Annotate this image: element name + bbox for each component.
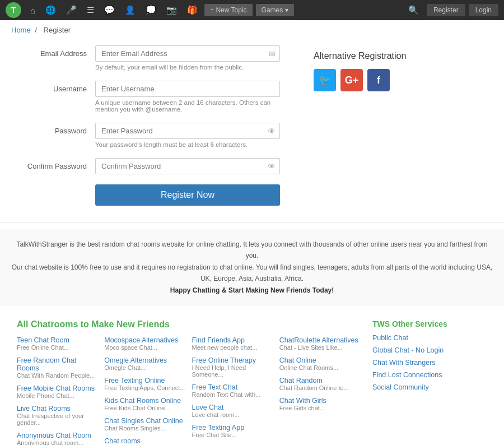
list-item: Chat OnlineOnline Chat Rooms... [279, 356, 361, 371]
footer-link-sub: Free Girls chat... [279, 405, 361, 411]
username-input[interactable] [95, 81, 280, 97]
confirm-password-row: Confirm Password 👁 [22, 158, 280, 174]
chatrooms-section-title: All Chatrooms to Make New Friends [17, 319, 361, 330]
user-nav-icon[interactable]: 👤 [122, 3, 139, 17]
footer-link[interactable]: Kids Chat Rooms Online [104, 397, 186, 405]
list-item: Omegle AlternativesOmegle Chat... [104, 356, 186, 371]
tws-link-item[interactable]: Global Chat - No Login [372, 346, 487, 354]
email-row: Email Address ✉ By default, your email w… [22, 45, 280, 71]
confirm-field-container: 👁 [95, 158, 280, 174]
list-item: Love ChatLove chat room... [192, 404, 274, 418]
twitter-icon: 🐦 [319, 74, 331, 86]
password-eye-icon[interactable]: 👁 [268, 127, 276, 136]
footer-link[interactable]: Chat rooms [104, 437, 186, 445]
info-section: TalkWithStranger is the best random chat… [0, 229, 504, 306]
tws-link-item[interactable]: Chat With Strangers [372, 359, 487, 367]
footer-link-sub: Omegle Chat... [104, 364, 186, 371]
camera-nav-icon[interactable]: 📷 [163, 3, 180, 17]
footer-link-sub: Chat Rooms Singles... [104, 425, 186, 432]
google-login-button[interactable]: G+ [340, 69, 363, 91]
list-item: Free Texting OnlineFree Texting Apps, Co… [104, 377, 186, 391]
new-topic-button[interactable]: + New Topic [204, 4, 252, 16]
footer-link[interactable]: Teen Chat Room [17, 336, 99, 344]
footer-link[interactable]: Free Texting App [192, 424, 274, 432]
tws-link-item[interactable]: Find Lost Connections [372, 371, 487, 379]
footer-link[interactable]: Love Chat [192, 404, 274, 411]
gift-nav-icon[interactable]: 🎁 [184, 3, 201, 17]
breadcrumb-home-link[interactable]: Home [11, 26, 31, 34]
menu-nav-icon[interactable]: ☰ [83, 3, 97, 17]
footer-col-1: Teen Chat RoomFree Online Chat...Free Ra… [17, 336, 99, 445]
footer-link-sub: Free Chat Site... [192, 432, 274, 438]
footer-link[interactable]: Free Mobile Chat Rooms [17, 384, 99, 392]
footer-link[interactable]: Anonymous Chat Room [17, 432, 99, 439]
footer-chatrooms-section: All Chatrooms to Make New Friends Teen C… [17, 319, 361, 445]
footer-link[interactable]: Mocospace Alternatives [104, 336, 186, 344]
register-nav-button[interactable]: Register [427, 4, 465, 16]
footer-link[interactable]: Free Random Chat Rooms [17, 356, 99, 372]
globe-nav-icon[interactable]: 🌐 [42, 3, 59, 17]
footer-link[interactable]: Chat Random [279, 377, 361, 384]
tws-links-list: Public ChatGlobal Chat - No LoginChat Wi… [372, 334, 487, 391]
footer-link[interactable]: Live Chat Rooms [17, 405, 99, 412]
footer-link[interactable]: Free Text Chat [192, 383, 274, 391]
home-nav-icon[interactable]: ⌂ [27, 3, 39, 17]
footer-link[interactable]: Free Online Therapy [192, 356, 274, 364]
list-item: Free Mobile Chat RoomsMobile Phone Chat.… [17, 384, 99, 399]
email-label: Email Address [22, 45, 95, 58]
password-label: Password [22, 123, 95, 135]
footer-link[interactable]: Chat Online [279, 356, 361, 364]
google-icon: G+ [345, 75, 359, 86]
login-nav-button[interactable]: Login [469, 4, 498, 16]
footer-link[interactable]: Chat With Girls [279, 397, 361, 405]
footer-link[interactable]: Chat Singles Chat Online [104, 417, 186, 425]
twitter-login-button[interactable]: 🐦 [314, 69, 336, 91]
info-line3: Happy Chatting & Start Making New Friend… [170, 286, 334, 294]
info-line1: TalkWithStranger is the best random chat… [11, 239, 493, 262]
username-label: Username [22, 81, 95, 93]
footer-link-sub: Meet new people chat... [192, 344, 274, 351]
mic-nav-icon[interactable]: 🎤 [63, 3, 80, 17]
footer-link[interactable]: ChatRoulette Alternatives [279, 336, 361, 344]
confirm-password-input[interactable] [95, 158, 280, 174]
footer-link[interactable]: Free Texting Online [104, 377, 186, 384]
list-item: Free Random Chat RoomsChat With Random P… [17, 356, 99, 379]
footer-col-4: ChatRoulette AlternativesChat - Live Sit… [279, 336, 361, 445]
games-button[interactable]: Games ▾ [256, 4, 294, 16]
footer-link-sub: Free Kids Chat Online... [104, 405, 186, 411]
alt-registration-title: Alternative Registration [314, 51, 426, 61]
chat-nav-icon[interactable]: 💬 [101, 3, 118, 17]
footer-link[interactable]: Omegle Alternatives [104, 356, 186, 364]
list-item: Free Online TherapyI Need Help, I Need S… [192, 356, 274, 378]
list-item: Chat RandomChat Random Online to... [279, 377, 361, 391]
list-item: ChatRoulette AlternativesChat - Live Sit… [279, 336, 361, 351]
social-icons-group: 🐦 G+ f [314, 69, 426, 91]
register-btn-row: Register Now [22, 184, 280, 206]
footer-link[interactable]: Find Friends App [192, 336, 274, 344]
list-item: Free Texting AppFree Chat Site... [192, 424, 274, 438]
confirm-eye-icon[interactable]: 👁 [268, 162, 276, 171]
register-now-button[interactable]: Register Now [95, 184, 280, 206]
facebook-login-button[interactable]: f [367, 69, 390, 91]
footer-link-sub: Free Texting Apps, Connect... [104, 384, 186, 391]
alt-registration-section: Alternative Registration 🐦 G+ f [314, 45, 426, 206]
footer-link-sub: Online Chat Rooms... [279, 364, 361, 371]
password-input[interactable] [95, 123, 280, 139]
list-item: Chat roomsFree Online Chatrooms... [104, 437, 186, 445]
comment-nav-icon[interactable]: 💭 [142, 3, 160, 17]
info-line2: Our chat website is 100% free to use and… [11, 262, 493, 285]
tws-link-item[interactable]: Social Community [372, 383, 487, 391]
navbar: T ⌂ 🌐 🎤 ☰ 💬 👤 💭 📷 🎁 + New Topic Games ▾ … [0, 0, 504, 20]
footer-link-sub: Chat Irrespective of your gender... [17, 412, 99, 426]
footer-link-sub: Mobile Phone Chat... [17, 392, 99, 399]
confirm-input-wrap: 👁 [95, 158, 280, 174]
tws-link-item[interactable]: Public Chat [372, 334, 487, 342]
site-logo[interactable]: T [6, 2, 21, 18]
password-hint: Your password's length must be at least … [95, 141, 280, 148]
list-item: Live Chat RoomsChat Irrespective of your… [17, 405, 99, 426]
email-input[interactable] [95, 45, 280, 62]
breadcrumb-separator: / [35, 26, 37, 34]
search-nav-icon[interactable]: 🔍 [404, 3, 423, 17]
tws-section-title: TWS Other Services [372, 319, 487, 328]
footer-link-sub: I Need Help, I Need Someone... [192, 364, 274, 378]
